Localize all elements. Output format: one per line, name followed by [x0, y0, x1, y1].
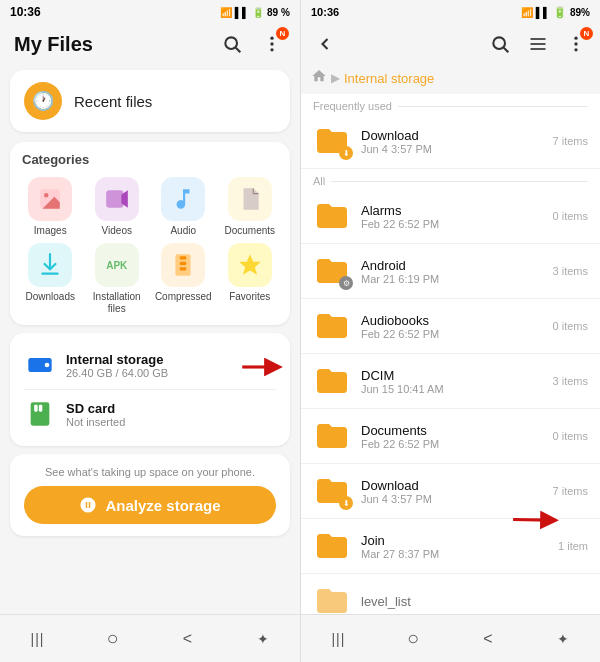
back-button-right[interactable] [311, 30, 339, 58]
sd-card-icon [24, 398, 56, 430]
android-name: Android [361, 258, 543, 273]
list-button-right[interactable] [524, 30, 552, 58]
audio-icon [161, 177, 205, 221]
downloads-icon [28, 243, 72, 287]
svg-point-27 [574, 48, 577, 51]
menu-button-left[interactable]: N [258, 30, 286, 58]
storage-divider [24, 389, 276, 390]
category-compressed[interactable]: Compressed [153, 243, 214, 315]
wifi-icon: ▌▌ [235, 7, 249, 18]
file-item-dcim[interactable]: DCIM Jun 15 10:41 AM 3 items [301, 354, 600, 409]
documents-right-count: 0 items [553, 430, 588, 442]
wifi-bars-right: ▌▌ [536, 7, 550, 18]
android-badge: ⚙ [339, 276, 353, 290]
svg-point-26 [574, 42, 577, 45]
download-all-badge: ⬇ [339, 496, 353, 510]
svg-point-20 [493, 37, 505, 49]
downloads-label: Downloads [26, 291, 75, 303]
folder-icon-alarms [313, 197, 351, 235]
file-list-right: Frequently used ⬇ Download Jun 4 3:57 PM… [301, 94, 600, 614]
file-item-android[interactable]: ⚙ Android Mar 21 6:19 PM 3 items [301, 244, 600, 299]
videos-label: Videos [102, 225, 132, 237]
nav-back-left[interactable]: < [168, 619, 208, 659]
recent-files-item[interactable]: 🕐 Recent files [10, 70, 290, 132]
nav-recents-left[interactable]: ||| [18, 619, 58, 659]
notification-badge-left: N [276, 27, 289, 40]
file-item-alarms[interactable]: Alarms Feb 22 6:52 PM 0 items [301, 189, 600, 244]
svg-line-1 [236, 48, 241, 53]
sd-card-item[interactable]: SD card Not inserted [24, 392, 276, 436]
favorites-label: Favorites [229, 291, 270, 303]
nav-home-right[interactable]: ○ [393, 619, 433, 659]
categories-grid: Images Videos Audio Docume [20, 177, 280, 315]
category-favorites[interactable]: Favorites [220, 243, 281, 315]
bottom-nav-left: ||| ○ < ✦ [0, 614, 300, 662]
folder-icon-documents [313, 417, 351, 455]
status-bar-right: 10:36 📶 ▌▌ 🔋 89% [301, 0, 600, 24]
download-all-info: Download Jun 4 3:57 PM [361, 478, 543, 505]
audiobooks-count: 0 items [553, 320, 588, 332]
section-all: All [301, 169, 600, 189]
breadcrumb-right: ▶ Internal storage [301, 64, 600, 94]
search-button-right[interactable] [486, 30, 514, 58]
categories-title: Categories [20, 152, 280, 167]
section-frequently-used: Frequently used [301, 94, 600, 114]
file-item-levellist[interactable]: level_list [301, 574, 600, 614]
images-label: Images [34, 225, 67, 237]
folder-icon-download-freq: ⬇ [313, 122, 351, 160]
analyze-storage-label: Analyze storage [105, 497, 220, 514]
download-freq-date: Jun 4 3:57 PM [361, 143, 543, 155]
android-count: 3 items [553, 265, 588, 277]
svg-rect-11 [180, 256, 187, 259]
file-item-download-freq[interactable]: ⬇ Download Jun 4 3:57 PM 7 items [301, 114, 600, 169]
header-left: My Files N [0, 24, 300, 64]
battery-icon: 🔋 [252, 7, 264, 18]
svg-point-16 [45, 363, 50, 368]
file-item-documents-right[interactable]: Documents Feb 22 6:52 PM 0 items [301, 409, 600, 464]
category-videos[interactable]: Videos [87, 177, 148, 237]
file-item-audiobooks[interactable]: Audiobooks Feb 22 6:52 PM 0 items [301, 299, 600, 354]
category-downloads[interactable]: Downloads [20, 243, 81, 315]
documents-icon [228, 177, 272, 221]
download-freq-info: Download Jun 4 3:57 PM [361, 128, 543, 155]
breadcrumb-current: Internal storage [344, 71, 434, 86]
category-audio[interactable]: Audio [153, 177, 214, 237]
download-all-date: Jun 4 3:57 PM [361, 493, 543, 505]
folder-icon-android: ⚙ [313, 252, 351, 290]
left-panel: 10:36 📶 ▌▌ 🔋 89% My Files N 🕐 [0, 0, 300, 662]
dcim-count: 3 items [553, 375, 588, 387]
folder-icon-download-all: ⬇ [313, 472, 351, 510]
svg-rect-9 [42, 273, 59, 275]
breadcrumb-home-icon[interactable] [311, 68, 327, 88]
nav-home-left[interactable]: ○ [93, 619, 133, 659]
apk-label: Installation files [87, 291, 148, 315]
svg-point-25 [574, 37, 577, 40]
internal-storage-item[interactable]: Internal storage 26.40 GB / 64.00 GB [24, 343, 276, 387]
search-button-left[interactable] [218, 30, 246, 58]
svg-rect-7 [106, 190, 123, 207]
menu-button-right[interactable]: N [562, 30, 590, 58]
join-count: 1 item [558, 540, 588, 552]
audio-label: Audio [170, 225, 196, 237]
nav-back-right[interactable]: < [468, 619, 508, 659]
signal-icon: 📶 [220, 7, 232, 18]
alarms-date: Feb 22 6:52 PM [361, 218, 543, 230]
signal-icon-right: 📶 [521, 7, 533, 18]
levellist-info: level_list [361, 594, 588, 609]
dcim-date: Jun 15 10:41 AM [361, 383, 543, 395]
svg-point-4 [270, 48, 273, 51]
category-apk[interactable]: APK Installation files [87, 243, 148, 315]
nav-extra-left[interactable]: ✦ [243, 619, 283, 659]
nav-extra-right[interactable]: ✦ [543, 619, 583, 659]
download-freq-name: Download [361, 128, 543, 143]
categories-section: Categories Images Videos Aud [10, 142, 290, 325]
documents-right-date: Feb 22 6:52 PM [361, 438, 543, 450]
header-icons-left: N [218, 30, 286, 58]
folder-icon-levellist [313, 582, 351, 614]
file-item-download-all[interactable]: ⬇ Download Jun 4 3:57 PM 7 items [301, 464, 600, 519]
category-images[interactable]: Images [20, 177, 81, 237]
category-documents[interactable]: Documents [220, 177, 281, 237]
analyze-storage-button[interactable]: Analyze storage [24, 486, 276, 524]
alarms-count: 0 items [553, 210, 588, 222]
nav-recents-right[interactable]: ||| [318, 619, 358, 659]
